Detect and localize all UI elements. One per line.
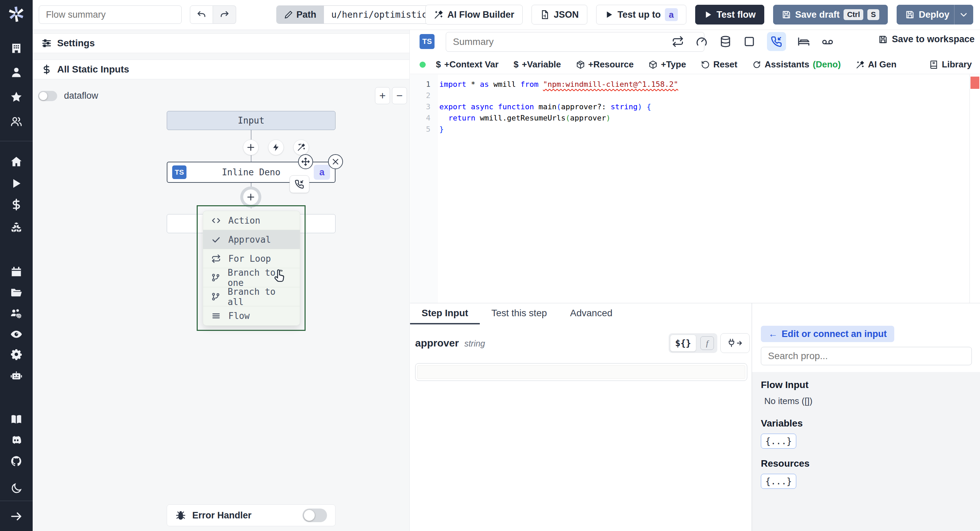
add-context-var-button[interactable]: $+Context Var	[436, 59, 498, 70]
add-resource-button[interactable]: +Resource	[576, 59, 634, 70]
tab-advanced[interactable]: Advanced	[558, 303, 624, 324]
robot-icon[interactable]	[10, 370, 22, 382]
refresh-icon	[752, 60, 761, 69]
cubes-icon[interactable]	[10, 222, 22, 234]
eye-icon[interactable]	[10, 328, 22, 340]
trigger-bolt-button[interactable]	[268, 140, 284, 155]
step-summary-input[interactable]	[446, 32, 705, 52]
suspend-phone-button[interactable]	[290, 175, 309, 193]
plug-arrow-icon	[727, 338, 743, 348]
dataflow-toggle[interactable]	[38, 91, 57, 101]
wand-icon	[856, 60, 865, 69]
repeat-icon	[211, 254, 221, 263]
chevron-down-icon[interactable]	[959, 10, 968, 19]
typescript-badge: TS	[420, 34, 434, 49]
windmill-logo-icon[interactable]	[8, 6, 24, 22]
zoom-out-button[interactable]: −	[392, 87, 407, 104]
tab-test-this-step[interactable]: Test this step	[480, 303, 558, 324]
menu-item-approval[interactable]: Approval	[203, 230, 300, 249]
menu-item-for-loop[interactable]: For Loop	[203, 249, 300, 268]
add-step-below-button[interactable]	[243, 189, 259, 205]
all-static-inputs-row[interactable]: All Static Inputs	[33, 59, 410, 79]
dollar-icon	[41, 64, 52, 75]
menu-item-branch-to-all[interactable]: Branch to all	[203, 287, 300, 306]
gauge-icon[interactable]	[695, 35, 708, 48]
flow-graph-panel: Settings All Static Inputs dataflow + − …	[33, 30, 410, 531]
reset-button[interactable]: Reset	[701, 59, 737, 70]
test-up-to-button[interactable]: Test up to a	[596, 5, 686, 24]
menu-item-flow[interactable]: Flow	[203, 306, 300, 325]
undo-button[interactable]	[190, 5, 213, 24]
prop-value-field[interactable]	[415, 363, 747, 381]
delete-node-button[interactable]	[328, 154, 343, 169]
book-icon[interactable]	[10, 413, 22, 426]
insert-step-menu: Action Approval For Loop Branch to one B…	[197, 205, 305, 331]
ai-flow-builder-button[interactable]: AI Flow Builder	[425, 5, 523, 24]
editor-toolbar: $+Context Var $+Variable +Resource +Type…	[410, 55, 980, 74]
gear-icon[interactable]	[10, 348, 22, 360]
ai-gen-button[interactable]: AI Gen	[856, 59, 897, 70]
test-flow-button[interactable]: Test flow	[695, 5, 764, 24]
save-to-workspace-button[interactable]: Save to workspace	[878, 34, 975, 45]
book-icon	[930, 60, 939, 69]
edit-or-connect-button[interactable]: ← Edit or connect an input	[761, 326, 894, 342]
zoom-in-button[interactable]: +	[375, 87, 390, 104]
line-number: 3	[410, 101, 430, 112]
retries-icon[interactable]	[672, 35, 684, 48]
fn-mode-button[interactable]: f	[700, 336, 714, 350]
ai-wand-button[interactable]	[293, 140, 309, 155]
prop-picker: Flow Input No items ([]) Variables {...}…	[752, 372, 980, 531]
list-icon	[211, 311, 221, 321]
save-draft-button[interactable]: Save draft Ctrl S	[773, 5, 888, 24]
bed-icon[interactable]	[798, 35, 810, 48]
variables-object-chip[interactable]: {...}	[761, 434, 796, 449]
database-icon[interactable]	[719, 35, 732, 48]
connect-input-button[interactable]	[721, 333, 749, 353]
resources-object-chip[interactable]: {...}	[761, 474, 796, 489]
redo-button[interactable]	[213, 5, 236, 24]
building-icon[interactable]	[10, 42, 22, 54]
move-node-button[interactable]	[298, 154, 313, 169]
overview-ruler	[969, 75, 970, 303]
github-icon[interactable]	[10, 455, 22, 467]
user-icon[interactable]	[10, 66, 22, 79]
search-prop-input[interactable]	[761, 347, 972, 365]
error-handler-toggle[interactable]	[302, 509, 327, 522]
flow-input-node[interactable]: Input	[167, 111, 336, 130]
error-handler-row[interactable]: Error Handler	[167, 504, 336, 526]
deploy-button[interactable]: Deploy	[897, 5, 973, 24]
settings-row[interactable]: Settings	[33, 33, 410, 53]
top-toolbar: Path u/henri/optimistic_flow AI Flow Bui…	[33, 0, 980, 30]
library-button[interactable]: Library	[930, 59, 972, 70]
users-gear-icon[interactable]	[10, 307, 22, 319]
ai-flow-builder-label: AI Flow Builder	[447, 10, 514, 20]
flow-summary-input[interactable]	[39, 5, 182, 24]
code-icon	[211, 216, 221, 225]
play-icon[interactable]	[10, 177, 22, 190]
home-icon[interactable]	[10, 156, 22, 168]
folder-open-icon[interactable]	[10, 286, 22, 298]
moon-icon[interactable]	[10, 482, 22, 494]
star-icon[interactable]	[10, 91, 22, 103]
phone-incoming-icon[interactable]	[767, 32, 786, 51]
dollar-icon[interactable]	[10, 198, 22, 211]
add-step-button[interactable]	[243, 140, 259, 155]
calendar-icon[interactable]	[10, 266, 22, 278]
dataflow-label: dataflow	[64, 91, 98, 101]
assistants-button[interactable]: Assistants(Deno)	[752, 59, 841, 70]
expr-mode-button[interactable]: ${}	[670, 335, 696, 352]
arrow-right-icon[interactable]	[10, 510, 22, 523]
add-variable-button[interactable]: $+Variable	[514, 59, 561, 70]
tab-step-input[interactable]: Step Input	[410, 303, 480, 324]
discord-icon[interactable]	[10, 434, 22, 446]
voicemail-icon[interactable]	[821, 35, 834, 48]
users-group-icon[interactable]	[10, 115, 22, 128]
json-button[interactable]: JSON	[531, 5, 587, 24]
menu-item-action[interactable]: Action	[203, 211, 300, 230]
check-icon	[211, 235, 221, 244]
path-button[interactable]: Path	[277, 6, 324, 24]
square-icon[interactable]	[743, 35, 756, 48]
add-type-button[interactable]: +Type	[649, 59, 686, 70]
phone-incoming-icon	[294, 179, 305, 189]
code-editor[interactable]: 1import * as wmill from "npm:windmill-cl…	[410, 75, 980, 303]
